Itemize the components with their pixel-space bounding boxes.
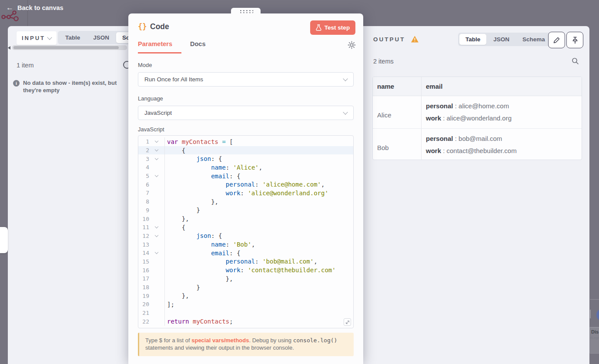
line-number: 9 (138, 207, 149, 214)
line-number: 14 (138, 250, 149, 256)
column-header-name[interactable]: name (377, 83, 421, 90)
table-row[interactable]: Alicepersonal : alice@home.comwork : ali… (373, 96, 582, 129)
line-gutter: 21 (138, 309, 165, 317)
line-number: 22 (138, 318, 149, 325)
tab-parameters[interactable]: Parameters (138, 40, 172, 47)
code-text: }, (165, 275, 233, 282)
mode-select[interactable]: Run Once for All Items (138, 72, 354, 87)
output-tab-schema[interactable]: Schema (516, 34, 551, 45)
code-text: work: 'contact@thebuilder.com' (165, 267, 336, 274)
output-items-count: 2 items (373, 58, 394, 65)
code-line-9[interactable]: 9 } (138, 206, 353, 215)
code-line-18[interactable]: 18 } (138, 283, 353, 292)
horizontal-scrollbar-thumb[interactable] (13, 46, 119, 49)
line-gutter: 10 (138, 214, 165, 223)
line-gutter: 20 (138, 300, 165, 309)
fold-chevron-icon[interactable] (155, 225, 158, 228)
input-source-select[interactable]: INPUT (17, 31, 57, 45)
cell-email-line: personal : alice@home.com (426, 100, 582, 112)
fold-chevron-icon[interactable] (155, 148, 158, 151)
output-tab-json[interactable]: JSON (487, 34, 515, 45)
code-line-14[interactable]: 14 email: { (138, 249, 353, 257)
panel-resize-handle[interactable] (0, 227, 8, 253)
cell-email-line: personal : bob@mail.com (426, 133, 582, 145)
code-text: ]; (165, 301, 174, 308)
code-line-13[interactable]: 13 name: 'Bob', (138, 240, 353, 249)
code-line-6[interactable]: 6 personal: 'alice@home.com', (138, 180, 353, 189)
fold-chevron-icon[interactable] (155, 250, 158, 254)
line-gutter: 19 (138, 291, 165, 300)
code-text: return myContacts; (165, 318, 233, 325)
gear-icon[interactable] (348, 41, 356, 51)
code-line-8[interactable]: 8 }, (138, 197, 353, 206)
code-line-3[interactable]: 3 json: { (138, 154, 353, 163)
code-line-16[interactable]: 16 work: 'contact@thebuilder.com' (138, 266, 353, 274)
code-line-20[interactable]: 20]; (138, 300, 353, 309)
line-gutter: 22 (138, 317, 165, 326)
line-number: 16 (138, 267, 149, 274)
pin-output-button[interactable] (566, 32, 583, 48)
line-gutter: 8 (138, 197, 165, 206)
line-number: 1 (138, 138, 149, 145)
dimmed-node-connector (590, 310, 591, 318)
code-braces-icon: {} (138, 22, 147, 31)
code-line-7[interactable]: 7 work: 'alice@wonderland.org' (138, 189, 353, 197)
tab-docs[interactable]: Docs (190, 40, 205, 47)
input-tab-table[interactable]: Table (59, 32, 86, 43)
table-row[interactable]: Bobpersonal : bob@mail.comwork : contact… (373, 129, 582, 160)
mode-value: Run Once for All Items (144, 76, 344, 83)
code-text: work: 'alice@wonderland.org' (165, 190, 328, 197)
line-gutter: 7 (138, 189, 165, 197)
code-line-17[interactable]: 17 }, (138, 274, 353, 283)
line-number: 17 (138, 275, 149, 282)
console-log-code: console.log() (293, 337, 338, 344)
code-line-12[interactable]: 12 json: { (138, 232, 353, 240)
search-icon[interactable] (572, 57, 579, 67)
pin-icon (572, 37, 579, 44)
output-tab-table[interactable]: Table (459, 34, 486, 45)
special-vars-link[interactable]: special vars/methods (191, 337, 249, 344)
code-line-21[interactable]: 21 (138, 309, 353, 317)
code-line-15[interactable]: 15 personal: 'bob@mail.com', (138, 257, 353, 266)
code-line-2[interactable]: 2 { (138, 146, 353, 155)
dimmed-canvas-line (590, 353, 599, 354)
code-editor[interactable]: 1var myContacts = [2 {3 json: {4 name: '… (138, 135, 354, 328)
line-gutter: 4 (138, 163, 165, 172)
warning-icon (411, 35, 419, 45)
line-number: 12 (138, 233, 149, 239)
code-line-19[interactable]: 19 }, (138, 291, 353, 300)
input-empty-message: i No data to show - item(s) exist, but t… (13, 80, 131, 94)
back-to-canvas-label: Back to canvas (17, 4, 64, 11)
fold-chevron-icon[interactable] (155, 156, 158, 160)
line-number: 11 (138, 224, 149, 230)
language-select[interactable]: JavaScript (138, 106, 354, 120)
ndv-overlay: ← Back to canvas Dis dLega INPUT TableJS… (0, 0, 599, 364)
modal-drag-handle[interactable] (231, 8, 261, 14)
input-tab-json[interactable]: JSON (87, 32, 115, 43)
chevron-down-icon (343, 76, 348, 81)
line-gutter: 15 (138, 257, 165, 266)
node-title[interactable]: Code (150, 22, 169, 31)
line-number: 10 (138, 216, 149, 222)
code-line-5[interactable]: 5 email: { (138, 172, 353, 180)
fold-chevron-icon[interactable] (155, 174, 158, 177)
back-to-canvas-button[interactable]: ← Back to canvas (6, 4, 64, 11)
code-line-11[interactable]: 11 { (138, 223, 353, 232)
input-items-count: 1 item (17, 62, 34, 69)
test-step-button[interactable]: Test step (310, 20, 355, 35)
cell-email-line: work : contact@thebuilder.com (426, 145, 582, 157)
code-line-10[interactable]: 10 }, (138, 214, 353, 223)
code-text: json: { (165, 232, 222, 239)
fold-chevron-icon[interactable] (155, 139, 158, 143)
column-header-email[interactable]: email (426, 83, 582, 90)
code-line-4[interactable]: 4 name: 'Alice', (138, 163, 353, 172)
edit-output-button[interactable] (548, 32, 565, 48)
output-display-tabs: TableJSONSchema (458, 33, 552, 46)
scroll-left-arrow-icon[interactable] (8, 46, 10, 50)
fold-chevron-icon[interactable] (155, 234, 158, 237)
editor-resize-grip[interactable] (344, 318, 351, 326)
code-text: name: 'Bob', (165, 241, 255, 248)
line-gutter: 17 (138, 274, 165, 283)
code-line-22[interactable]: 22return myContacts; (138, 317, 353, 326)
code-line-1[interactable]: 1var myContacts = [ (138, 137, 353, 146)
